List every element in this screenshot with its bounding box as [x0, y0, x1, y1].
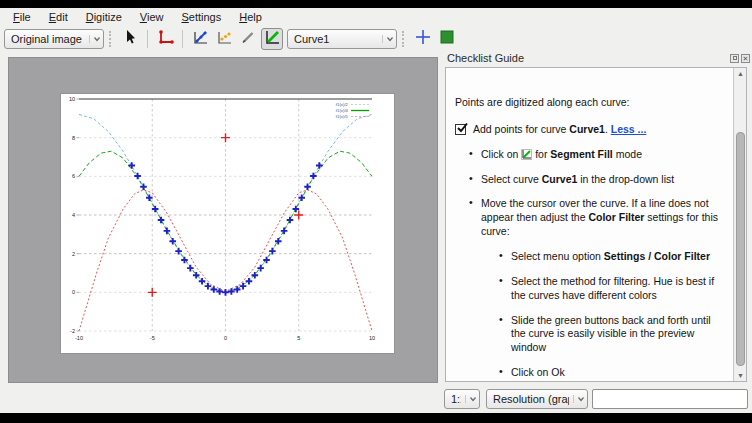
task-label: Add points for curve Curve1. Less ... [473, 123, 646, 137]
y-tick-label: 10 [69, 96, 75, 102]
cursor-arrow-icon [122, 29, 138, 49]
checklist-bullet: Slide the green buttons back and forth u… [499, 314, 719, 356]
menu-item-help[interactable]: Help [230, 9, 271, 25]
bottom-black-border [0, 413, 752, 423]
curve-combo[interactable]: Curve1 [287, 29, 397, 49]
checklist-text: Select curve [481, 173, 542, 185]
curve-point-icon [192, 29, 209, 50]
digitized-point-marker [193, 272, 200, 279]
y-tick-label: 6 [72, 173, 75, 179]
toolbar-separator [182, 30, 183, 48]
resolution-combo[interactable]: Resolution (graph): [486, 389, 588, 409]
checklist-bullet: Click on for Segment Fill mode [469, 148, 719, 162]
checklist-panel: Points are digitized along each curve:Ad… [445, 67, 747, 382]
x-tick-label: 10 [369, 335, 375, 341]
menu-item-edit[interactable]: Edit [40, 9, 77, 25]
float-icon [733, 56, 737, 60]
toolbar-separator [147, 30, 148, 48]
less-link[interactable]: Less ... [611, 123, 647, 135]
emphasized-text: Segment Fill [550, 148, 612, 160]
pencil-icon [240, 29, 256, 49]
resolution-combo-value: Resolution (graph): [493, 393, 569, 405]
digitized-point-marker [310, 173, 317, 180]
digitized-point-marker [316, 162, 323, 169]
digitized-point-marker [252, 272, 259, 279]
digitized-point-marker [164, 228, 171, 235]
emphasized-text: Color Filter [588, 211, 644, 223]
digitized-point-marker [234, 286, 241, 293]
legend-label: f1(x)/4 [336, 108, 349, 113]
checklist-text: Select menu option [511, 250, 604, 262]
checked-checkbox[interactable] [455, 124, 466, 135]
checklist-text: Add points for curve [473, 123, 569, 135]
checklist-text: Slide the green buttons back and forth u… [511, 314, 711, 354]
emphasized-text: Curve1 [542, 173, 578, 185]
zoom-combo[interactable]: 1:2 [444, 389, 480, 409]
axis-point-tool-button[interactable] [154, 28, 176, 50]
digitized-point-marker [128, 162, 135, 169]
checklist-text: Points are digitized along each curve: [455, 96, 630, 108]
y-tick-label: 0 [72, 289, 75, 295]
curve-point-tool-button[interactable] [189, 28, 211, 50]
checklist-content: Points are digitized along each curve:Ad… [446, 68, 733, 381]
digitized-point-marker [158, 217, 165, 224]
color-picker-tool-button[interactable] [237, 28, 259, 50]
chevron-down-icon [382, 35, 394, 43]
digitized-point-marker [281, 228, 288, 235]
menu-bar: FileEditDigitizeViewSettingsHelp [0, 8, 752, 26]
x-tick-label: 0 [224, 335, 227, 341]
curve-combo-value: Curve1 [294, 33, 378, 45]
emphasized-text: Settings / Color Filter [604, 250, 710, 262]
fill-color-swatch[interactable] [436, 28, 458, 50]
checklist-text: Click on [481, 148, 521, 160]
select-tool-button[interactable] [119, 28, 141, 50]
emphasized-text: Curve1 [569, 123, 605, 135]
toolbar-handle [109, 31, 113, 47]
app-window: FileEditDigitizeViewSettingsHelp Origina… [0, 0, 752, 423]
digitized-point-marker [298, 194, 305, 201]
graph-page[interactable]: 1086420-2-10-50510f1(x)/2f1(x)/4f1(x)/5 [61, 94, 394, 353]
top-black-border [0, 0, 752, 8]
graph-plot[interactable]: 1086420-2-10-50510f1(x)/2f1(x)/4f1(x)/5 [61, 94, 394, 353]
digitized-point-marker [146, 194, 153, 201]
x-tick-label: -10 [75, 335, 83, 341]
checklist-bullet: Select the method for filtering. Hue is … [499, 275, 719, 303]
legend-label: f1(x)/5 [336, 114, 349, 119]
status-input[interactable] [592, 389, 748, 409]
digitized-point-marker [210, 286, 217, 293]
background-combo[interactable]: Original image [4, 29, 104, 49]
menu-item-file[interactable]: File [4, 9, 40, 25]
checklist-bullet: Move the cursor over the curve. If a lin… [469, 197, 719, 239]
checklist-paragraph: Points are digitized along each curve: [455, 96, 719, 110]
axis-point-marker [221, 133, 230, 142]
background-combo-value: Original image [11, 33, 85, 45]
x-tick-label: -5 [150, 335, 155, 341]
status-bar: 1:2 Resolution (graph): [0, 384, 752, 413]
scroll-up-icon[interactable]: ▲ [735, 68, 746, 79]
checklist-text: Click on Ok [511, 366, 565, 378]
y-tick-label: 2 [72, 251, 75, 257]
graph-canvas[interactable]: 1086420-2-10-50510f1(x)/2f1(x)/4f1(x)/5 [8, 57, 438, 383]
checklist-bullet: Click on Ok [499, 366, 719, 380]
chevron-down-icon [465, 395, 477, 403]
checklist-text: for [532, 148, 550, 160]
axis-point-icon [157, 29, 174, 50]
scrollbar-thumb[interactable] [736, 132, 745, 366]
menu-item-view[interactable]: View [131, 9, 173, 25]
checklist-text: mode [613, 148, 642, 160]
scroll-down-icon[interactable]: ▼ [735, 370, 746, 381]
checklist-text: in the drop-down list [577, 173, 674, 185]
point-match-icon [216, 29, 233, 50]
dock-close-button[interactable]: ✕ [741, 54, 750, 63]
legend-label: f1(x)/2 [336, 102, 349, 107]
menu-item-settings[interactable]: Settings [172, 9, 230, 25]
checklist-scrollbar[interactable]: ▲ ▼ [733, 68, 746, 381]
segment-fill-tool-button[interactable] [261, 28, 283, 50]
point-match-tool-button[interactable] [213, 28, 235, 50]
y-tick-label: -2 [70, 328, 75, 334]
dock-float-button[interactable] [730, 54, 739, 63]
chevron-down-icon [89, 35, 101, 43]
zoom-crosshair-button[interactable] [412, 28, 434, 50]
menu-item-digitize[interactable]: Digitize [77, 9, 131, 25]
toolbar: Original image [0, 26, 752, 52]
